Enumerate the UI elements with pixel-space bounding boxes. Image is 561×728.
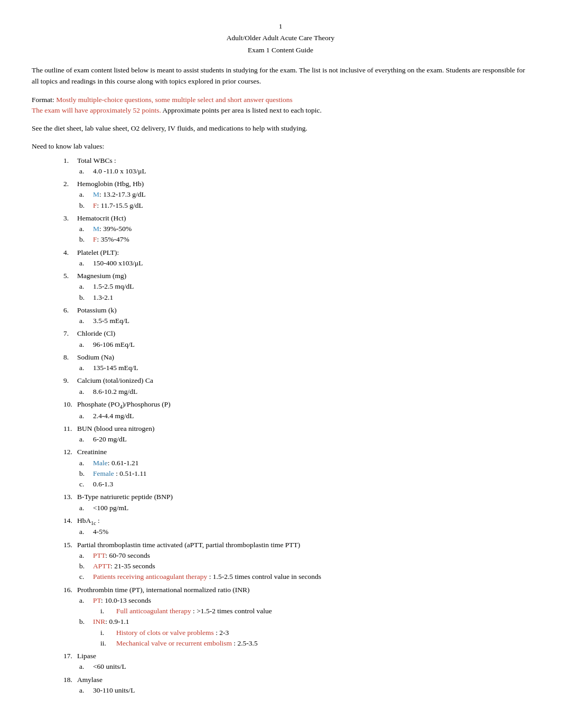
format-colored-text: Mostly multiple-choice questions, some m… (56, 96, 293, 104)
page-number: 1 (32, 21, 529, 32)
list-item: 2.Hemoglobin (Hbg, Hb)a.M: 13.2-17.3 g/d… (63, 179, 529, 211)
sub-list-item: b.1.3-2.1 (79, 292, 529, 303)
sub-list-item: a.PT: 10.0-13 secondsi.Full anticoagulan… (79, 595, 529, 617)
sub-list-item: a.96-106 mEq/L (79, 339, 529, 350)
roman-list-item: i.Full anticoagulant therapy : >1.5-2 ti… (100, 606, 529, 616)
sub-list-item: a.<60 units/L (79, 661, 529, 672)
lab-values-list: 1.Total WBCs :a.4.0 -11.0 x 103/μL2.Hemo… (63, 155, 529, 696)
sub-list-item: a.<100 pg/mL (79, 503, 529, 513)
list-item: 4.Platelet (PLT):a.150-400 x103/μL (63, 247, 529, 269)
intro-text: The outline of exam content listed below… (32, 65, 529, 87)
sub-list-item: a.150-400 x103/μL (79, 258, 529, 269)
list-item: 10.Phosphate (PO4)/Phosphorus (P)a.2.4-4… (63, 399, 529, 421)
page-title: Adult/Older Adult Acute Care Theory (32, 33, 529, 43)
sub-list-item: a.6-20 mg/dL (79, 434, 529, 445)
sub-list-item: b.Female : 0.51-1.11 (79, 468, 529, 479)
sub-list-item: a.8.6-10.2 mg/dL (79, 386, 529, 397)
sub-list-item: a.4.0 -11.0 x 103/μL (79, 166, 529, 177)
sub-list-item: a.3.5-5 mEq/L (79, 316, 529, 326)
format-line2-colored: The exam will have approximately 52 poin… (32, 106, 161, 114)
list-item: 12.Creatininea.Male: 0.61-1.21b.Female :… (63, 447, 529, 490)
list-item: 11.BUN (blood urea nitrogen)a.6-20 mg/dL (63, 423, 529, 445)
roman-list-item: ii.Mechanical valve or recurrent embolis… (100, 638, 529, 649)
list-item: 9.Calcium (total/ionized) Caa.8.6-10.2 m… (63, 375, 529, 397)
sub-list-item: b.INR: 0.9-1.1i.History of clots or valv… (79, 616, 529, 649)
sub-list-item: c.Patients receiving anticoagulant thera… (79, 572, 529, 582)
format-line2-black: Approximate points per area is listed ne… (162, 106, 321, 114)
list-item: 8.Sodium (Na)a.135-145 mEq/L (63, 352, 529, 374)
list-item: 18.Amylasea.30-110 units/L (63, 675, 529, 696)
list-item: 14.HbA1c :a.4-5% (63, 515, 529, 538)
sub-list-item: a.Male: 0.61-1.21 (79, 458, 529, 468)
list-item: 3.Hematocrit (Hct)a.M: 39%-50%b.F: 35%-4… (63, 213, 529, 245)
page-subtitle: Exam 1 Content Guide (32, 45, 529, 56)
format-label: Format: (32, 96, 54, 104)
see-diet-text: See the diet sheet, lab value sheet, O2 … (32, 123, 529, 134)
roman-list-item: i.History of clots or valve problems : 2… (100, 628, 529, 638)
sub-list-item: c.0.6-1.3 (79, 479, 529, 490)
list-item: 7.Chloride (Cl)a.96-106 mEq/L (63, 328, 529, 350)
list-item: 13.B-Type natriuretic peptide (BNP)a.<10… (63, 492, 529, 513)
list-item: 6.Potassium (k)a.3.5-5 mEq/L (63, 305, 529, 327)
list-item: 5.Magnesium (mg)a.1.5-2.5 mq/dLb.1.3-2.1 (63, 271, 529, 303)
sub-list-item: b.F: 11.7-15.5 g/dL (79, 200, 529, 211)
sub-list-item: b.APTT: 21-35 seconds (79, 561, 529, 572)
sub-list-item: a.M: 13.2-17.3 g/dL (79, 189, 529, 200)
format-section: Format: Mostly multiple-choice questions… (32, 95, 529, 116)
sub-list-item: a.1.5-2.5 mq/dL (79, 281, 529, 292)
sub-list-item: a.2.4-4.4 mg/dL (79, 411, 529, 421)
sub-list-item: b.F: 35%-47% (79, 234, 529, 245)
list-item: 17.Lipasea.<60 units/L (63, 651, 529, 672)
list-item: 1.Total WBCs :a.4.0 -11.0 x 103/μL (63, 155, 529, 177)
sub-list-item: a.135-145 mEq/L (79, 363, 529, 373)
sub-list-item: a.M: 39%-50% (79, 224, 529, 234)
list-item: 16.Prothrombin time (PT), international … (63, 585, 529, 649)
sub-list-item: a.30-110 units/L (79, 685, 529, 696)
sub-list-item: a.PTT: 60-70 seconds (79, 550, 529, 561)
need-to-know-label: Need to know lab values: (32, 141, 529, 152)
list-item: 15.Partial thromboplastin time activated… (63, 540, 529, 583)
sub-list-item: a.4-5% (79, 527, 529, 537)
